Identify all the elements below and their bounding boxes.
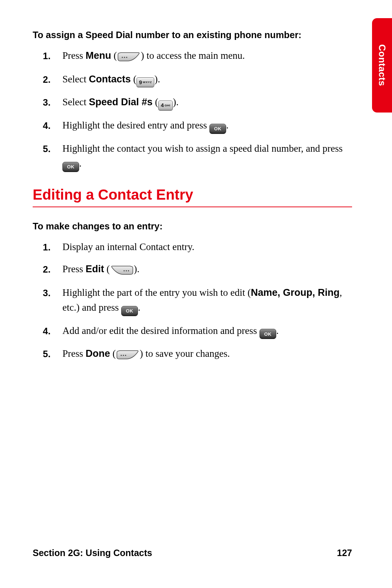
list-item: 1. Press Menu () to access the main menu… xyxy=(53,48,352,65)
footer: Section 2G: Using Contacts 127 xyxy=(33,548,352,558)
step-bold: Done xyxy=(86,348,110,359)
step-text: Highlight the part of the entry you wish… xyxy=(62,287,251,298)
step-text: ( xyxy=(110,348,116,359)
svg-point-2 xyxy=(126,57,127,58)
svg-point-1 xyxy=(124,57,125,58)
step-text: ). xyxy=(173,97,179,107)
svg-point-5 xyxy=(128,270,129,271)
softkey-left-icon xyxy=(116,348,139,363)
section1-list: 1. Press Menu () to access the main menu… xyxy=(53,48,352,172)
section1-subhead: To assign a Speed Dial number to an exis… xyxy=(33,30,352,40)
ok-key-icon: OK xyxy=(209,124,226,134)
step-text: ) to save your changes. xyxy=(140,348,230,359)
side-tab-label: Contacts xyxy=(376,44,388,86)
step-number: 1. xyxy=(43,240,50,254)
step-text: Press xyxy=(62,50,86,61)
ok-key-icon: OK xyxy=(62,162,79,172)
svg-point-3 xyxy=(123,270,124,271)
step-text: Highlight the desired entry and press xyxy=(62,120,209,131)
page-content: To assign a Speed Dial number to an exis… xyxy=(33,30,352,377)
svg-point-0 xyxy=(122,57,123,58)
list-item: 2. Press Edit (). xyxy=(53,262,352,278)
list-item: 3. Select Speed Dial #s (4GHI). xyxy=(53,95,352,110)
key-letters: WXYZ xyxy=(143,80,152,85)
step-text: . xyxy=(226,120,229,131)
footer-section: Section 2G: Using Contacts xyxy=(33,548,152,558)
softkey-left-icon xyxy=(117,50,140,65)
step-number: 1. xyxy=(43,49,50,63)
key-4-icon: 4GHI xyxy=(158,101,173,111)
step-number: 4. xyxy=(43,324,50,338)
step-text: Highlight the contact you wish to assign… xyxy=(62,143,343,154)
step-number: 4. xyxy=(43,119,50,133)
step-text: ( xyxy=(111,50,117,61)
step-number: 5. xyxy=(43,347,50,361)
step-bold: Menu xyxy=(86,50,111,61)
step-number: 5. xyxy=(43,142,50,156)
step-text: . xyxy=(276,325,279,336)
ok-key-icon: OK xyxy=(260,329,276,339)
step-text: Select xyxy=(62,97,89,107)
ok-key-icon: OK xyxy=(121,306,138,316)
step-number: 2. xyxy=(43,73,50,87)
step-bold: Contacts xyxy=(89,74,131,85)
step-text: ). xyxy=(154,74,160,85)
step-bold: Edit xyxy=(86,264,104,274)
softkey-right-icon xyxy=(110,263,134,278)
section2-subhead: To make changes to an entry: xyxy=(33,221,352,232)
step-text: ). xyxy=(134,264,140,274)
key-digit: 9 xyxy=(139,78,142,87)
step-text: Press xyxy=(62,264,86,274)
step-number: 3. xyxy=(43,286,50,300)
section-heading: Editing a Contact Entry xyxy=(33,187,352,207)
step-text: Display an internal Contact entry. xyxy=(62,241,194,252)
step-text: Add and/or edit the desired information … xyxy=(62,325,260,336)
step-number: 2. xyxy=(43,262,50,277)
list-item: 5. Highlight the contact you wish to ass… xyxy=(53,141,352,172)
section2-list: 1. Display an internal Contact entry. 2.… xyxy=(53,240,352,363)
step-text: Press xyxy=(62,348,86,359)
step-number: 3. xyxy=(43,95,50,110)
svg-point-7 xyxy=(123,355,124,356)
svg-point-8 xyxy=(125,355,126,356)
list-item: 2. Select Contacts (9WXYZ). xyxy=(53,72,352,87)
step-text: Select xyxy=(62,74,89,85)
side-tab: Contacts xyxy=(372,18,392,113)
svg-point-4 xyxy=(126,270,127,271)
key-letters: GHI xyxy=(164,103,170,108)
step-text: ( xyxy=(131,74,136,85)
bold-inline: Name, Group, Ring xyxy=(251,287,340,298)
list-item: 1. Display an internal Contact entry. xyxy=(53,240,352,254)
step-text: ( xyxy=(104,264,110,274)
step-bold: Speed Dial #s xyxy=(89,97,153,107)
list-item: 5. Press Done () to save your changes. xyxy=(53,346,352,363)
list-item: 4. Highlight the desired entry and press… xyxy=(53,118,352,134)
svg-point-6 xyxy=(121,355,122,356)
step-bold-list: Name, Group, Ring xyxy=(251,287,340,298)
key-digit: 4 xyxy=(161,101,164,110)
list-item: 3. Highlight the part of the entry you w… xyxy=(53,285,352,316)
page-number: 127 xyxy=(337,548,352,558)
list-item: 4. Add and/or edit the desired informati… xyxy=(53,323,352,339)
key-9-icon: 9WXYZ xyxy=(136,77,154,87)
step-text: . xyxy=(79,158,82,169)
step-text: ( xyxy=(152,97,158,107)
step-text: ) to access the main menu. xyxy=(141,50,245,61)
step-text: . xyxy=(138,302,140,313)
